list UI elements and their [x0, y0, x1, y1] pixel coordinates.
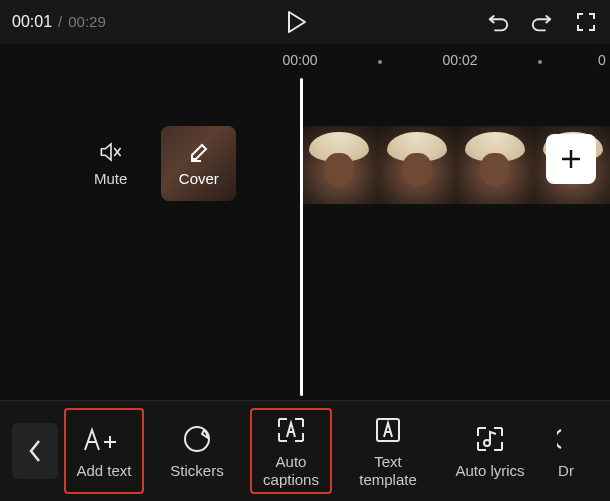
- cover-button[interactable]: Cover: [161, 126, 236, 201]
- speaker-muted-icon: [99, 140, 123, 164]
- fullscreen-icon[interactable]: [574, 10, 598, 34]
- plus-icon: [558, 146, 584, 172]
- add-text-label: Add text: [76, 462, 131, 479]
- draw-button[interactable]: Dr: [552, 408, 580, 494]
- auto-captions-button[interactable]: Auto captions: [250, 408, 332, 494]
- cover-label: Cover: [179, 170, 219, 187]
- tool-strip: Add text Stickers Auto captions: [62, 408, 610, 494]
- undo-icon[interactable]: [486, 10, 510, 34]
- auto-lyrics-label: Auto lyrics: [455, 462, 524, 479]
- back-button[interactable]: [12, 423, 58, 479]
- sticker-icon: [182, 423, 212, 455]
- timeline-ruler[interactable]: 00:00 00:02 0: [0, 46, 610, 78]
- ruler-tick-label: 00:02: [442, 52, 477, 68]
- track-head-controls: Mute Cover: [0, 126, 290, 201]
- total-duration: 00:29: [68, 13, 106, 30]
- clip-frame[interactable]: [456, 126, 534, 204]
- auto-lyrics-button[interactable]: Auto lyrics: [444, 408, 536, 494]
- ruler-tick-dot: [538, 60, 542, 64]
- stickers-button[interactable]: Stickers: [160, 408, 234, 494]
- time-separator: /: [58, 13, 62, 30]
- draw-label: Dr: [558, 462, 574, 479]
- text-template-icon: [373, 414, 403, 446]
- bottom-toolbar: Add text Stickers Auto captions: [0, 400, 610, 501]
- add-clip-button[interactable]: [546, 134, 596, 184]
- auto-captions-icon: [275, 414, 307, 446]
- stickers-label: Stickers: [170, 462, 223, 479]
- top-right-controls: [486, 10, 598, 34]
- ruler-tick-dot: [378, 60, 382, 64]
- mute-label: Mute: [94, 170, 127, 187]
- auto-captions-label: Auto captions: [263, 453, 319, 488]
- pencil-icon: [188, 141, 210, 167]
- text-template-label: Text template: [359, 453, 417, 488]
- text-add-icon: [84, 423, 124, 455]
- playback-time: 00:01 / 00:29: [12, 13, 106, 31]
- play-icon[interactable]: [284, 10, 308, 34]
- mute-button[interactable]: Mute: [94, 140, 127, 187]
- timeline-area[interactable]: Mute Cover: [0, 78, 610, 398]
- ruler-tick-label: 0: [598, 52, 606, 68]
- top-bar: 00:01 / 00:29: [0, 0, 610, 44]
- playhead[interactable]: [300, 78, 303, 396]
- clip-frame[interactable]: [378, 126, 456, 204]
- current-time: 00:01: [12, 13, 52, 31]
- chevron-left-icon: [27, 438, 43, 464]
- text-template-button[interactable]: Text template: [348, 408, 428, 494]
- draw-icon: [557, 423, 575, 455]
- redo-icon[interactable]: [530, 10, 554, 34]
- auto-lyrics-icon: [474, 423, 506, 455]
- add-text-button[interactable]: Add text: [64, 408, 144, 494]
- ruler-tick-label: 00:00: [282, 52, 317, 68]
- clip-frame[interactable]: [300, 126, 378, 204]
